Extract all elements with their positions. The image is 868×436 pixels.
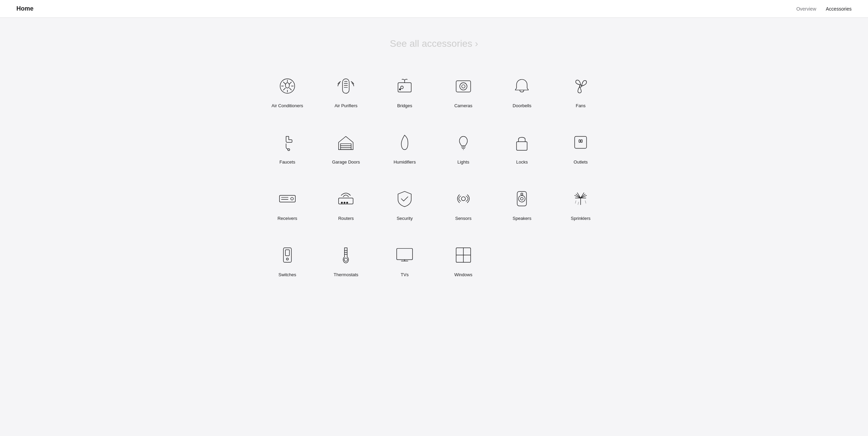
svg-rect-35 xyxy=(285,250,289,256)
switches-icon xyxy=(275,243,300,267)
accessory-air-conditioners[interactable]: Air Conditioners xyxy=(260,66,315,115)
garage-doors-icon xyxy=(334,130,358,155)
air-conditioners-label: Air Conditioners xyxy=(272,103,303,108)
nav-accessories[interactable]: Accessories xyxy=(826,6,852,12)
air-conditioners-icon xyxy=(275,74,300,98)
tvs-icon xyxy=(392,243,417,267)
accessory-sensors[interactable]: Sensors xyxy=(436,178,491,228)
outlets-label: Outlets xyxy=(574,159,588,165)
doorbells-icon xyxy=(510,74,534,98)
accessory-speakers[interactable]: Speakers xyxy=(494,178,550,228)
accessory-windows[interactable]: Windows xyxy=(436,235,491,284)
accessory-air-purifiers[interactable]: Air Purifiers xyxy=(318,66,374,115)
thermostats-label: Thermostats xyxy=(334,272,358,277)
accessory-faucets[interactable]: Faucets xyxy=(260,122,315,171)
accessory-routers[interactable]: Routers xyxy=(318,178,374,228)
receivers-label: Receivers xyxy=(277,216,297,221)
svg-point-8 xyxy=(580,85,582,87)
bridges-icon xyxy=(392,74,417,98)
humidifiers-label: Humidifiers xyxy=(394,159,416,165)
faucets-icon xyxy=(275,130,300,155)
svg-point-3 xyxy=(401,86,404,89)
thermostats-icon xyxy=(334,243,358,267)
accessory-thermostats[interactable]: Thermostats xyxy=(318,235,374,284)
sprinklers-label: Sprinklers xyxy=(571,216,591,221)
accessory-sprinklers[interactable]: Sprinklers xyxy=(553,178,608,228)
main-content: See all accessories › Air Conditioners A… xyxy=(246,18,622,311)
sprinklers-icon xyxy=(568,186,593,211)
garage-doors-label: Garage Doors xyxy=(332,159,360,165)
svg-point-28 xyxy=(461,197,465,201)
fans-label: Fans xyxy=(576,103,586,108)
svg-rect-20 xyxy=(280,195,296,202)
accessories-grid: Air Conditioners Air Purifiers Bridges C… xyxy=(260,66,608,284)
svg-point-25 xyxy=(341,202,343,203)
svg-point-27 xyxy=(347,202,348,203)
accessory-outlets[interactable]: Outlets xyxy=(553,122,608,171)
locks-icon xyxy=(510,130,534,155)
accessory-garage-doors[interactable]: Garage Doors xyxy=(318,122,374,171)
svg-point-7 xyxy=(462,85,465,88)
routers-label: Routers xyxy=(338,216,354,221)
humidifiers-icon xyxy=(392,130,417,155)
app-header: Home Overview Accessories xyxy=(0,0,868,18)
accessory-locks[interactable]: Locks xyxy=(494,122,550,171)
lights-label: Lights xyxy=(457,159,469,165)
security-label: Security xyxy=(397,216,413,221)
svg-rect-2 xyxy=(398,83,411,92)
accessory-switches[interactable]: Switches xyxy=(260,235,315,284)
faded-heading: See all accessories › xyxy=(260,38,608,49)
speakers-icon xyxy=(510,186,534,211)
windows-icon xyxy=(451,243,476,267)
svg-rect-10 xyxy=(341,144,351,150)
accessory-fans[interactable]: Fans xyxy=(553,66,608,115)
routers-icon xyxy=(334,186,358,211)
cameras-label: Cameras xyxy=(454,103,472,108)
svg-rect-18 xyxy=(579,140,580,142)
cameras-icon xyxy=(451,74,476,98)
security-icon xyxy=(392,186,417,211)
air-purifiers-icon xyxy=(334,74,358,98)
fans-icon xyxy=(568,74,593,98)
sensors-icon xyxy=(451,186,476,211)
lights-icon xyxy=(451,130,476,155)
svg-point-23 xyxy=(291,197,294,200)
svg-point-36 xyxy=(286,258,288,260)
accessory-doorbells[interactable]: Doorbells xyxy=(494,66,550,115)
air-purifiers-label: Air Purifiers xyxy=(335,103,357,108)
accessory-cameras[interactable]: Cameras xyxy=(436,66,491,115)
svg-point-9 xyxy=(288,149,290,151)
svg-rect-19 xyxy=(581,140,582,142)
svg-rect-24 xyxy=(339,198,353,204)
svg-rect-17 xyxy=(575,137,587,149)
accessory-tvs[interactable]: TVs xyxy=(377,235,432,284)
svg-point-4 xyxy=(399,89,401,90)
outlets-icon xyxy=(568,130,593,155)
accessory-bridges[interactable]: Bridges xyxy=(377,66,432,115)
accessory-security[interactable]: Security xyxy=(377,178,432,228)
svg-rect-5 xyxy=(456,81,471,92)
sensors-label: Sensors xyxy=(455,216,472,221)
switches-label: Switches xyxy=(279,272,296,277)
bridges-label: Bridges xyxy=(397,103,412,108)
accessory-lights[interactable]: Lights xyxy=(436,122,491,171)
svg-point-6 xyxy=(460,83,467,90)
nav-overview[interactable]: Overview xyxy=(796,6,816,12)
accessory-humidifiers[interactable]: Humidifiers xyxy=(377,122,432,171)
svg-point-30 xyxy=(519,195,525,202)
windows-label: Windows xyxy=(454,272,472,277)
locks-label: Locks xyxy=(516,159,528,165)
receivers-icon xyxy=(275,186,300,211)
doorbells-label: Doorbells xyxy=(513,103,531,108)
svg-point-31 xyxy=(521,197,524,200)
svg-point-32 xyxy=(521,193,523,195)
faucets-label: Faucets xyxy=(280,159,295,165)
header-nav: Overview Accessories xyxy=(796,6,852,12)
svg-rect-16 xyxy=(517,142,527,150)
svg-rect-41 xyxy=(397,249,413,260)
accessory-receivers[interactable]: Receivers xyxy=(260,178,315,228)
app-title: Home xyxy=(16,5,33,12)
speakers-label: Speakers xyxy=(513,216,531,221)
svg-point-40 xyxy=(344,258,348,262)
tvs-label: TVs xyxy=(401,272,409,277)
